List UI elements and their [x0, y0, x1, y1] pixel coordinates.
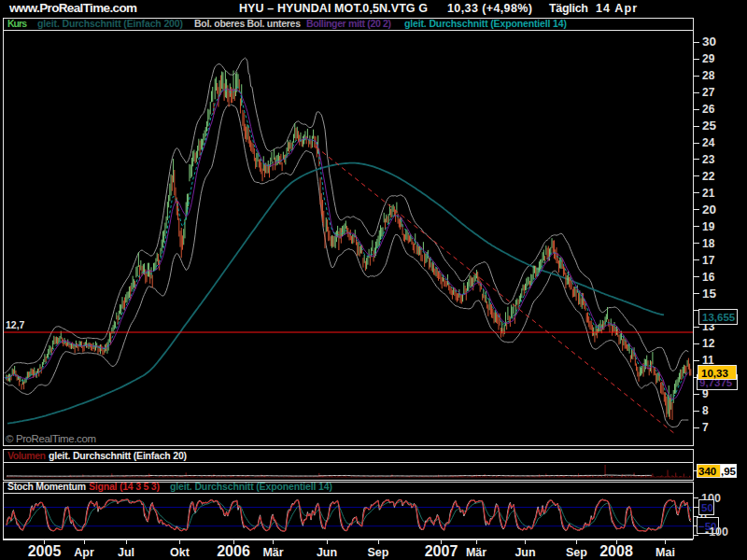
- svg-text:50: 50: [701, 502, 713, 513]
- svg-text:Sep: Sep: [368, 546, 389, 559]
- svg-text:Bollinger mitt (20 2): Bollinger mitt (20 2): [306, 18, 391, 29]
- svg-text:12,7: 12,7: [6, 319, 25, 330]
- svg-text:HYU – HYUNDAI MOT.0,5N.VTG G: HYU – HYUNDAI MOT.0,5N.VTG G: [239, 2, 428, 15]
- svg-text:20: 20: [702, 203, 716, 217]
- svg-text:Sep: Sep: [566, 546, 587, 559]
- svg-text:14 Apr: 14 Apr: [596, 2, 637, 15]
- svg-text:15: 15: [702, 287, 717, 301]
- svg-text:© ProRealTime.com: © ProRealTime.com: [6, 433, 96, 444]
- svg-text:Jun: Jun: [317, 546, 337, 559]
- svg-text:gleit. Durchschnitt (Exponenti: gleit. Durchschnitt (Exponentiell 14): [404, 18, 567, 29]
- svg-text:10,33 (+4,98%): 10,33 (+4,98%): [447, 2, 532, 15]
- svg-text:Kurs: Kurs: [7, 18, 27, 29]
- svg-text:2006: 2006: [217, 543, 250, 559]
- svg-text:23: 23: [702, 153, 715, 166]
- svg-text:28: 28: [702, 69, 715, 82]
- svg-text:Signal (14 3 5 3): Signal (14 3 5 3): [89, 481, 160, 492]
- svg-text:30: 30: [702, 35, 716, 49]
- svg-text:Okt: Okt: [170, 546, 190, 559]
- svg-text:Jun: Jun: [514, 546, 535, 559]
- svg-text:Täglich: Täglich: [549, 2, 588, 15]
- svg-text:Bol. oberes Bol. unteres: Bol. oberes Bol. unteres: [194, 18, 301, 29]
- svg-text:24: 24: [702, 136, 715, 149]
- svg-text:16: 16: [702, 271, 715, 284]
- svg-text:12: 12: [702, 337, 715, 350]
- svg-text:Stoch Momentum: Stoch Momentum: [7, 481, 86, 492]
- svg-text:-100: -100: [705, 525, 728, 539]
- svg-text:Mär: Mär: [262, 546, 283, 559]
- svg-text:Volumen: Volumen: [7, 450, 46, 461]
- svg-text:www.ProRealTime.com: www.ProRealTime.com: [8, 1, 137, 15]
- svg-text:2007: 2007: [425, 543, 458, 559]
- svg-text:2008: 2008: [599, 543, 633, 559]
- svg-text:8: 8: [702, 404, 709, 417]
- svg-text:Mär: Mär: [466, 546, 486, 559]
- svg-text:Mai: Mai: [655, 546, 675, 559]
- svg-text:,95: ,95: [721, 466, 737, 477]
- svg-text:13,655: 13,655: [702, 312, 736, 323]
- svg-text:Apr: Apr: [74, 546, 94, 559]
- svg-text:25: 25: [702, 119, 717, 133]
- svg-text:18: 18: [702, 237, 715, 250]
- svg-text:21: 21: [702, 187, 715, 200]
- svg-text:19: 19: [702, 220, 715, 233]
- svg-text:22: 22: [702, 170, 715, 183]
- svg-text:10,33: 10,33: [701, 368, 728, 379]
- svg-text:17: 17: [702, 254, 715, 267]
- svg-text:Jul: Jul: [118, 546, 134, 559]
- svg-text:gleit. Durchschnitt (Exponenti: gleit. Durchschnitt (Exponentiell 14): [170, 481, 332, 492]
- svg-text:7: 7: [702, 421, 709, 434]
- svg-text:26: 26: [702, 103, 715, 116]
- svg-text:2005: 2005: [28, 543, 62, 559]
- svg-text:gleit. Durchschnitt (Einfach 2: gleit. Durchschnitt (Einfach 20): [49, 450, 187, 461]
- svg-text:27: 27: [702, 86, 715, 99]
- svg-text:340: 340: [698, 466, 716, 477]
- svg-text:29: 29: [702, 52, 715, 65]
- svg-text:gleit. Durchschnitt (Einfach 2: gleit. Durchschnitt (Einfach 200): [37, 18, 183, 29]
